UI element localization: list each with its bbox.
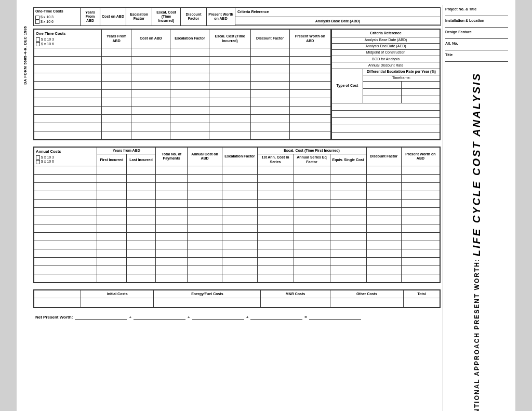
diff-row1-c2 [401,81,440,88]
analysis-base-date-label: Analysis Base Date (ABD) [235,19,440,24]
criteria-ref-header: Criteria Reference [332,30,440,37]
aed-row: Analysis End Date (AED) [332,43,440,49]
criteria-extra3 [332,117,440,125]
hdr-last-incurred: Last Incurred [126,154,156,166]
one-time-data-row [34,56,331,64]
project-no-line [445,11,508,16]
one-time-data-row [34,123,331,131]
installation-line [445,22,508,28]
equals: = [304,315,307,320]
annual-data-row [34,241,440,249]
col-initial-costs: Initial Costs [81,290,154,298]
one-time-data-row [34,89,331,98]
criteria-extra1 [332,103,440,110]
hdr-present-worth: Present Worth on ABD [289,30,330,48]
alt-no-line [445,45,508,50]
col-cost-on-abd: Cost on ABD [100,8,126,26]
hdr-escal-cost: Escal. Cost (Time Incurred) [209,30,250,48]
one-time-cb1: $ x 10 3 [36,37,100,42]
title-label: Title [445,53,508,57]
annual-cb2: $ x 10 6 [36,160,95,164]
summary-total-val [404,298,440,308]
col-total: Total [404,290,440,298]
col-escalation-factor: Escalation Factor [126,8,152,26]
annual-costs-title: Annual Costs [36,149,95,154]
col-present-worth: Present Worth on ABD [207,8,235,26]
hdr-present-worth-annual: Present Worth on ABD [401,147,440,166]
main-title: LIFE CYCLE COST ANALYSIS [471,72,483,256]
annual-costs-section: Annual Costs $ x 10 3 $ x 10 6 Years fro… [33,147,441,283]
summary-data-label [34,298,81,308]
hdr-escal-factor-annual: Escalation Factor [222,147,257,166]
diff-row2-c1 [363,88,402,96]
bod-row: BOD for Analysis [332,56,440,62]
sidebar-title-area: LIFE CYCLE COST ANALYSIS PRESENT WORTH: … [445,72,508,411]
col-discount-factor: Discount Factor [181,8,207,26]
npw-initial-line [75,314,127,320]
hdr-discount-factor: Discount Factor [250,30,289,48]
one-time-data-row [34,81,331,89]
checkbox2[interactable] [35,20,39,24]
npw-label: Net Present Worth: [35,315,73,320]
sidebar-fields: Project No. & Title Installation & Locat… [445,7,508,62]
type-of-cost-label: Type of Cost [332,69,363,103]
col-other-costs: Other Costs [330,290,404,298]
annual-checkbox2[interactable] [36,160,40,164]
checkbox2-row: $ x 10 6 [35,20,78,24]
hdr-total-no-payments: Total No. of Payments [156,147,188,166]
installation-field: Installation & Location [445,19,508,28]
abd-row: Analysis Base Date (ABD) [332,37,440,43]
one-time-data-row [34,98,331,106]
plus1: + [129,315,131,320]
net-present-worth-row: Net Present Worth: + + + = [33,313,441,321]
hdr-years-from-abd: Years From ABD [101,30,131,48]
diff-row3-c2 [401,96,440,103]
hdr-first-incurred: First Incurred [97,154,127,166]
one-time-data-row [34,106,331,114]
diff-row2-c2 [401,88,440,96]
installation-label: Installation & Location [445,19,508,22]
one-time-data-row [34,114,331,123]
one-time-checkbox2[interactable] [36,42,40,46]
npw-mr-line [192,314,244,320]
discount-rate-row: Annual Discount Rate [332,62,440,69]
right-sidebar: Project No. & Title Installation & Locat… [443,5,510,411]
plus3: + [246,315,249,320]
one-time-title: One-Time Costs [36,31,100,36]
annual-data-row [34,207,440,216]
col-mr-costs: M&R Costs [261,290,330,298]
checkbox1-row: $ x 10 3 [35,15,78,19]
summary-other-val [330,298,404,308]
hdr-discount-factor-annual: Discount Factor [366,147,401,166]
criteria-extra2 [332,110,440,117]
hdr-escal-factor: Escalation Factor [170,30,209,48]
annual-data-row [34,224,440,232]
timeframe-label: Timeframe: [363,75,440,81]
diff-row3-c1 [363,96,402,103]
one-time-costs-table: One-Time Costs $ x 10 3 $ x 10 6 Years F… [33,7,441,26]
plus2: + [188,315,190,320]
form-id-label: DA FORM 5605-4-R, DEC 1986 [23,26,27,85]
design-feature-label: Design Feature [445,30,508,34]
hdr-1st-ann-cost: 1st Ann. Cost in Series [257,154,294,166]
design-feature-line [445,34,508,39]
one-time-checkbox1[interactable] [36,37,40,42]
present-worth-label: PRESENT WORTH: [473,258,481,329]
annual-data-row [34,257,440,266]
hdr-annual-series-eq: Annual Series Eq Factor [294,154,330,166]
summary-section: Initial Costs Energy/Fuel Costs M&R Cost… [33,289,441,308]
summary-mr-val [261,298,330,308]
annual-data-row [34,174,440,182]
hdr-equiv-single-cost: Equiv. Single Cost [330,154,366,166]
annual-data-row [34,232,440,241]
midpoint-row: Midpoint of Construction [332,49,440,56]
npw-total-line [309,314,361,320]
checkbox1[interactable] [35,16,39,20]
one-time-data-row [34,131,331,139]
title-line [445,57,508,62]
annual-data-row [34,216,440,224]
annual-checkbox1[interactable] [36,155,40,160]
project-no-field: Project No. & Title [445,7,508,16]
project-no-label: Project No. & Title [445,7,508,11]
hdr-cost-on-abd: Cost on ABD [131,30,170,48]
